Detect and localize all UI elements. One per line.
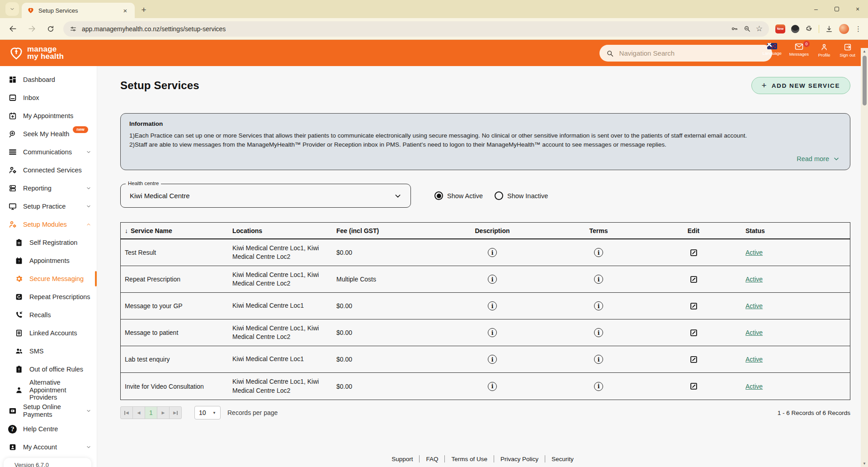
- first-page-button[interactable]: ◀: [120, 406, 133, 419]
- version-card: Version 6.7.0: [4, 458, 91, 467]
- reload-button[interactable]: [44, 23, 57, 35]
- downloads-icon[interactable]: [825, 25, 833, 33]
- terms-info-icon[interactable]: i: [594, 301, 603, 310]
- footer-link-terms[interactable]: Terms of Use: [445, 456, 494, 462]
- footer-link-support[interactable]: Support: [385, 456, 419, 462]
- next-page-button[interactable]: ▶: [157, 406, 170, 419]
- sidebar-item-appointments[interactable]: ? Appointments: [0, 252, 97, 270]
- sidebar-item-linked-accounts[interactable]: Linked Accounts: [0, 324, 97, 342]
- last-page-button[interactable]: ▶: [169, 406, 182, 419]
- description-info-icon[interactable]: i: [488, 301, 497, 310]
- sidebar-item-communications[interactable]: Communications: [0, 143, 97, 161]
- show-active-radio[interactable]: Show Active: [434, 191, 483, 200]
- services-table: ↓ Service Name Locations Fee (incl GST) …: [120, 222, 850, 400]
- sidebar-item-setup-online-payments[interactable]: Setup Online Payments: [0, 402, 97, 420]
- scroll-up-icon[interactable]: ▲: [863, 48, 866, 55]
- current-page-button[interactable]: 1: [145, 406, 157, 419]
- password-key-icon[interactable]: [731, 25, 738, 33]
- description-info-icon[interactable]: i: [488, 355, 497, 364]
- sidebar-item-alternative-appointment-providers[interactable]: Alternative Appointment Providers: [0, 378, 97, 402]
- terms-info-icon[interactable]: i: [594, 382, 603, 391]
- locations-cell: Kiwi Medical Centre Loc1: [232, 298, 325, 314]
- browser-tab[interactable]: Setup Services ×: [22, 3, 135, 18]
- site-info-icon[interactable]: [70, 25, 77, 33]
- edit-icon[interactable]: [689, 275, 698, 284]
- edit-icon[interactable]: [689, 355, 698, 364]
- description-info-icon[interactable]: i: [488, 382, 497, 391]
- terms-info-icon[interactable]: i: [594, 355, 603, 364]
- extensions-puzzle-icon[interactable]: [805, 25, 813, 33]
- tab-search-button[interactable]: [5, 2, 19, 16]
- tab-close-icon[interactable]: ×: [121, 6, 129, 14]
- read-more-link[interactable]: Read more: [129, 149, 841, 166]
- terms-info-icon[interactable]: i: [594, 328, 603, 337]
- bookmark-star-icon[interactable]: ☆: [756, 24, 763, 33]
- scrollbar-thumb[interactable]: [863, 56, 867, 105]
- new-tab-button[interactable]: +: [137, 4, 150, 16]
- footer-link-security[interactable]: Security: [545, 456, 580, 462]
- sidebar-item-repeat-prescriptions[interactable]: Repeat Prescriptions: [0, 288, 97, 306]
- language-button[interactable]: Language: [763, 43, 782, 57]
- status-link[interactable]: Active: [745, 383, 763, 390]
- previous-page-button[interactable]: ◀: [132, 406, 145, 419]
- description-info-icon[interactable]: i: [488, 248, 497, 257]
- address-bar[interactable]: app.managemyhealth.co.nz/settings/setup-…: [63, 21, 769, 37]
- health-centre-label: Health centre: [126, 181, 161, 186]
- sidebar-item-reporting[interactable]: Reporting: [0, 179, 97, 197]
- status-link[interactable]: Active: [745, 249, 763, 256]
- sidebar-item-my-appointments[interactable]: My Appointments: [0, 107, 97, 125]
- edit-icon[interactable]: [689, 302, 698, 310]
- scroll-down-icon[interactable]: ▼: [863, 460, 866, 467]
- extension-dark-icon[interactable]: [791, 25, 799, 33]
- edit-icon[interactable]: [689, 248, 698, 257]
- sidebar-item-setup-modules[interactable]: Setup Modules: [0, 215, 97, 234]
- browser-menu-icon[interactable]: ⋮: [855, 25, 862, 33]
- edit-icon[interactable]: [689, 382, 698, 391]
- sidebar-item-help-centre[interactable]: ? Help Centre: [0, 420, 97, 438]
- window-minimize-button[interactable]: –: [806, 0, 826, 18]
- forward-button[interactable]: [25, 23, 38, 35]
- add-new-service-button[interactable]: + ADD NEW SERVICE: [751, 77, 850, 94]
- footer-link-faq[interactable]: FAQ: [420, 456, 444, 462]
- zoom-icon[interactable]: [743, 25, 751, 33]
- description-info-icon[interactable]: i: [488, 275, 497, 284]
- navigation-search[interactable]: [599, 45, 772, 62]
- sign-out-button[interactable]: Sign out: [840, 43, 855, 57]
- messages-button[interactable]: 0 Messages: [789, 43, 809, 57]
- page-size-select[interactable]: 10 ▼: [194, 406, 221, 419]
- edit-icon[interactable]: [689, 329, 698, 337]
- window-close-button[interactable]: ×: [847, 0, 868, 18]
- chevron-down-icon: [394, 192, 401, 200]
- header-terms: Terms: [590, 227, 608, 234]
- sidebar-item-secure-messaging[interactable]: Secure Messaging: [0, 270, 97, 288]
- health-centre-select[interactable]: Health centre Kiwi Medical Centre: [120, 184, 411, 208]
- sidebar-item-setup-practice[interactable]: Setup Practice: [0, 197, 97, 215]
- status-link[interactable]: Active: [745, 302, 763, 310]
- sidebar-item-self-registration[interactable]: Self Registration: [0, 234, 97, 252]
- sidebar-item-connected-services[interactable]: Connected Services: [0, 161, 97, 179]
- health-centre-value: Kiwi Medical Centre: [130, 192, 190, 200]
- terms-info-icon[interactable]: i: [594, 275, 603, 284]
- sidebar-item-seek-my-health[interactable]: Seek My Health new: [0, 125, 97, 143]
- sidebar-item-inbox[interactable]: Inbox: [0, 89, 97, 107]
- show-inactive-radio[interactable]: Show Inactive: [495, 191, 548, 200]
- sidebar-item-my-account[interactable]: My Account: [0, 438, 97, 456]
- sidebar-item-out-of-office-rules[interactable]: Out of office Rules: [0, 360, 97, 378]
- status-link[interactable]: Active: [745, 276, 763, 283]
- browser-profile-avatar[interactable]: [839, 24, 849, 34]
- browser-scrollbar[interactable]: ▲ ▼: [861, 48, 868, 467]
- description-info-icon[interactable]: i: [488, 328, 497, 337]
- terms-info-icon[interactable]: i: [594, 248, 603, 257]
- sidebar-item-recalls[interactable]: Recalls: [0, 306, 97, 324]
- search-input[interactable]: [619, 49, 765, 57]
- profile-button[interactable]: Profile: [816, 43, 832, 57]
- extension-new-icon[interactable]: New: [775, 24, 785, 33]
- back-button[interactable]: [6, 23, 19, 35]
- header-service-name[interactable]: ↓ Service Name: [125, 227, 232, 234]
- window-maximize-button[interactable]: [826, 0, 847, 18]
- footer-link-privacy[interactable]: Privacy Policy: [494, 456, 545, 462]
- status-link[interactable]: Active: [745, 329, 763, 336]
- sidebar-item-sms[interactable]: SMS: [0, 342, 97, 360]
- status-link[interactable]: Active: [745, 356, 763, 363]
- sidebar-item-dashboard[interactable]: Dashboard: [0, 71, 97, 89]
